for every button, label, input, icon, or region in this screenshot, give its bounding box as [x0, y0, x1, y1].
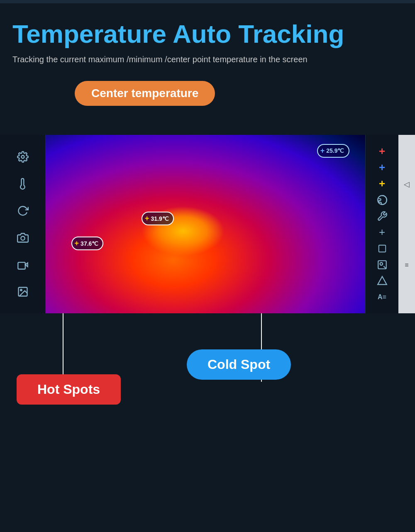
- center-temperature-label: Center temperature: [75, 81, 215, 106]
- right-toolbar: + + + +: [365, 135, 398, 313]
- header: Temperature Auto Tracking Tracking the c…: [0, 3, 415, 73]
- gallery-icon[interactable]: [15, 283, 31, 300]
- cold-spot-label: Cold Spot: [187, 349, 291, 380]
- center-temp-marker: + 25.9℃: [317, 144, 349, 158]
- mid-temp-marker: + 31.9℃: [142, 212, 174, 225]
- svg-marker-11: [378, 276, 387, 285]
- tools-icon[interactable]: [375, 209, 390, 224]
- back-icon[interactable]: ◁: [404, 180, 410, 189]
- hot-temp-marker: + 37.6℃: [71, 237, 104, 250]
- plus-cross-center: +: [145, 214, 149, 223]
- svg-point-1: [21, 236, 24, 240]
- add-blue-icon[interactable]: +: [375, 160, 390, 175]
- search-icon[interactable]: [375, 257, 390, 272]
- square-icon[interactable]: [375, 241, 390, 256]
- settings-icon[interactable]: [15, 149, 31, 165]
- main-area: Center temperature: [0, 73, 415, 430]
- add-yellow-icon[interactable]: +: [375, 176, 390, 191]
- camera-icon[interactable]: [15, 229, 31, 246]
- menu-icon[interactable]: ≡: [405, 261, 408, 269]
- video-icon[interactable]: [15, 256, 31, 273]
- svg-point-9: [380, 262, 383, 265]
- bottom-labels: Hot Spots Cold Spot: [0, 313, 415, 430]
- svg-rect-7: [378, 245, 386, 252]
- plus-cross-hot: +: [75, 239, 79, 248]
- hot-spots-label: Hot Spots: [17, 374, 121, 405]
- page-title: Temperature Auto Tracking: [12, 20, 403, 48]
- mid-temp-value: 31.9℃: [151, 215, 169, 222]
- top-bar: [0, 0, 415, 3]
- page-subtitle: Tracking the current maximum /minimum /c…: [12, 55, 403, 64]
- svg-rect-2: [18, 262, 25, 269]
- refresh-icon[interactable]: [15, 203, 31, 219]
- palette-icon[interactable]: [375, 193, 390, 207]
- left-toolbar: [0, 135, 46, 313]
- hot-temp-value: 37.6℃: [81, 240, 98, 247]
- thermal-interface: + 25.9℃ + 31.9℃ + 37.6℃ + + +: [0, 135, 415, 313]
- svg-point-0: [21, 155, 24, 158]
- temperature-icon[interactable]: [15, 176, 31, 192]
- plus-cross-blue: +: [320, 146, 325, 155]
- text-format-icon[interactable]: A≡: [375, 290, 390, 305]
- far-right-panel: ◁ ≡: [398, 135, 415, 313]
- plus-icon[interactable]: +: [375, 225, 390, 240]
- thermal-image: + 25.9℃ + 31.9℃ + 37.6℃: [46, 135, 365, 313]
- center-temp-value: 25.9℃: [326, 147, 344, 154]
- add-red-icon[interactable]: +: [375, 144, 390, 159]
- svg-point-5: [20, 289, 22, 291]
- triangle-icon[interactable]: [375, 273, 390, 288]
